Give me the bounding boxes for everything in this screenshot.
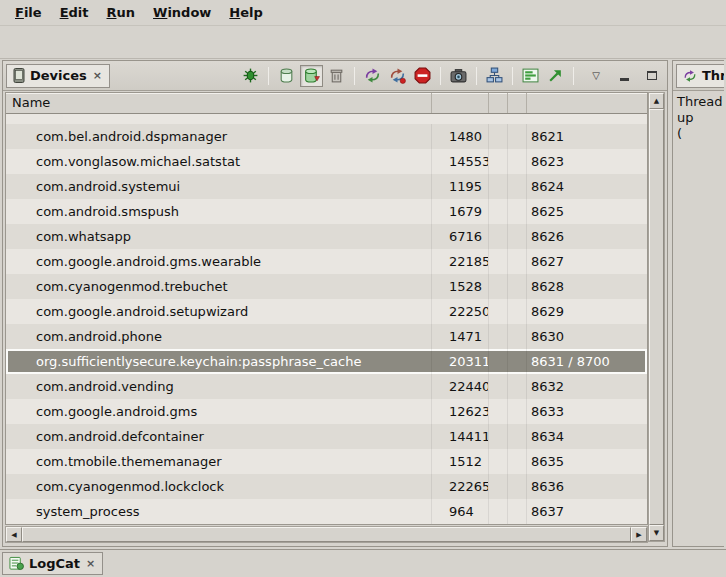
table-row[interactable]: org.sufficientlysecure.keychain:passphra… <box>6 349 647 374</box>
systrace-icon[interactable] <box>519 65 542 87</box>
tab-devices-label: Devices <box>30 68 87 83</box>
process-name: com.cyanogenmod.lockclock <box>6 474 432 499</box>
process-name: com.android.vending <box>6 374 432 399</box>
table-row[interactable]: com.bel.android.dspmanager 1480 8621 <box>6 124 647 149</box>
dump-hprof-icon[interactable] <box>300 65 323 87</box>
table-row[interactable]: com.google.android.gms.wearable 22185 86… <box>6 249 647 274</box>
table-row[interactable]: com.android.phone 1471 8630 <box>6 324 647 349</box>
process-name: org.sufficientlysecure.keychain:passphra… <box>6 349 432 374</box>
threads-message-line: ( <box>677 126 720 142</box>
process-name: com.bel.android.dspmanager <box>6 124 432 149</box>
menu-help[interactable]: Help <box>220 2 271 23</box>
process-pid: 1471 <box>432 324 489 349</box>
tab-logcat[interactable]: LogCat × <box>2 552 103 575</box>
process-pid: 22440 <box>432 374 489 399</box>
process-port: 8627 <box>527 249 647 274</box>
maximize-icon[interactable] <box>642 66 662 86</box>
vertical-scrollbar[interactable]: ▲ ▼ <box>648 92 665 542</box>
menu-window[interactable]: Window <box>144 2 220 23</box>
process-pid: 14553 <box>432 149 489 174</box>
process-name: com.google.android.setupwizard <box>6 299 432 324</box>
process-port: 8625 <box>527 199 647 224</box>
process-port: 8628 <box>527 274 647 299</box>
process-name: com.google.android.gms.wearable <box>6 249 432 274</box>
debug-process-icon[interactable] <box>239 65 262 87</box>
view-hierarchy-icon[interactable] <box>483 65 506 87</box>
table-row[interactable]: com.android.smspush 1679 8625 <box>6 199 647 224</box>
table-row[interactable]: com.vonglasow.michael.satstat 14553 8623 <box>6 149 647 174</box>
logcat-bar: LogCat × <box>0 549 726 577</box>
device-icon <box>13 68 25 83</box>
table-row[interactable]: com.google.android.setupwizard 22250 862… <box>6 299 647 324</box>
process-port: 8636 <box>527 474 647 499</box>
menu-edit[interactable]: Edit <box>51 2 98 23</box>
column-header-3 <box>489 93 508 113</box>
column-header-port <box>527 93 647 113</box>
column-header-4 <box>508 93 527 113</box>
stop-process-icon[interactable] <box>411 65 434 87</box>
cause-gc-icon[interactable] <box>325 65 348 87</box>
threads-view-header: Threads × <box>673 61 724 91</box>
process-name: system_process <box>6 499 432 524</box>
tab-threads-label: Threads <box>702 68 724 83</box>
process-table: Name com.bel.android.dspmanager 1480 <box>5 92 648 525</box>
process-name: com.google.android.gms <box>6 399 432 424</box>
table-row[interactable]: com.android.vending 22440 8632 <box>6 374 647 399</box>
menu-run[interactable]: Run <box>98 2 145 23</box>
table-row[interactable]: com.android.defcontainer 14411 8634 <box>6 424 647 449</box>
scroll-up-icon[interactable]: ▲ <box>649 93 664 109</box>
menu-file[interactable]: File <box>6 2 51 23</box>
main-split: Devices × <box>2 60 724 547</box>
menu-bar: File Edit Run Window Help <box>0 0 726 26</box>
screen-capture-icon[interactable] <box>447 65 470 87</box>
close-icon[interactable]: × <box>92 70 103 81</box>
column-header-name[interactable]: Name <box>6 93 432 113</box>
start-method-profiling-icon[interactable] <box>386 65 409 87</box>
process-pid: 6716 <box>432 224 489 249</box>
toolbar-separator <box>476 67 477 85</box>
toolbar-separator <box>512 67 513 85</box>
process-name: com.android.phone <box>6 324 432 349</box>
scroll-left-icon[interactable]: ◀ <box>6 527 22 542</box>
table-row[interactable]: com.tmobile.thememanager 1512 8635 <box>6 449 647 474</box>
table-row[interactable]: com.android.systemui 1195 8624 <box>6 174 647 199</box>
tab-logcat-label: LogCat <box>29 556 80 571</box>
tab-threads[interactable]: Threads × <box>676 64 724 88</box>
logcat-icon <box>9 556 24 571</box>
partial-row <box>6 114 647 124</box>
process-port: 8631 / 8700 <box>527 349 647 374</box>
process-list-viewport: com.bel.android.dspmanager 1480 8621 com… <box>6 114 647 524</box>
view-menu-icon[interactable]: ▽ <box>586 66 606 86</box>
process-port: 8621 <box>527 124 647 149</box>
process-pid: 12623 <box>432 399 489 424</box>
process-pid: 22250 <box>432 299 489 324</box>
scroll-down-icon[interactable]: ▼ <box>649 525 664 541</box>
toolbar-separator <box>440 67 441 85</box>
scroll-right-icon[interactable]: ▶ <box>631 527 647 542</box>
horizontal-scrollbar-thumb[interactable] <box>22 527 631 542</box>
process-name: com.android.smspush <box>6 199 432 224</box>
table-row[interactable]: com.google.android.gms 12623 8633 <box>6 399 647 424</box>
process-port: 8630 <box>527 324 647 349</box>
threads-message-line: Thread up <box>677 94 720 126</box>
table-row[interactable]: com.cyanogenmod.lockclock 22265 8636 <box>6 474 647 499</box>
process-port: 8637 <box>527 499 647 524</box>
close-icon[interactable]: × <box>85 558 96 569</box>
process-port: 8632 <box>527 374 647 399</box>
table-header: Name <box>6 93 647 114</box>
opengl-trace-icon[interactable] <box>544 65 567 87</box>
table-row[interactable]: com.cyanogenmod.trebuchet 1528 8628 <box>6 274 647 299</box>
table-row[interactable]: system_process 964 8637 <box>6 499 647 524</box>
toolbar-separator <box>573 67 574 85</box>
update-heap-icon[interactable] <box>275 65 298 87</box>
process-name: com.vonglasow.michael.satstat <box>6 149 432 174</box>
minimize-icon[interactable] <box>614 66 634 86</box>
tab-devices[interactable]: Devices × <box>6 64 110 88</box>
table-row[interactable]: com.whatsapp 6716 8626 <box>6 224 647 249</box>
update-threads-icon[interactable] <box>361 65 384 87</box>
toolbar-separator <box>268 67 269 85</box>
horizontal-scrollbar[interactable]: ◀ ▶ <box>5 526 648 543</box>
process-name: com.android.defcontainer <box>6 424 432 449</box>
vertical-scrollbar-thumb[interactable] <box>649 109 664 525</box>
process-pid: 964 <box>432 499 489 524</box>
